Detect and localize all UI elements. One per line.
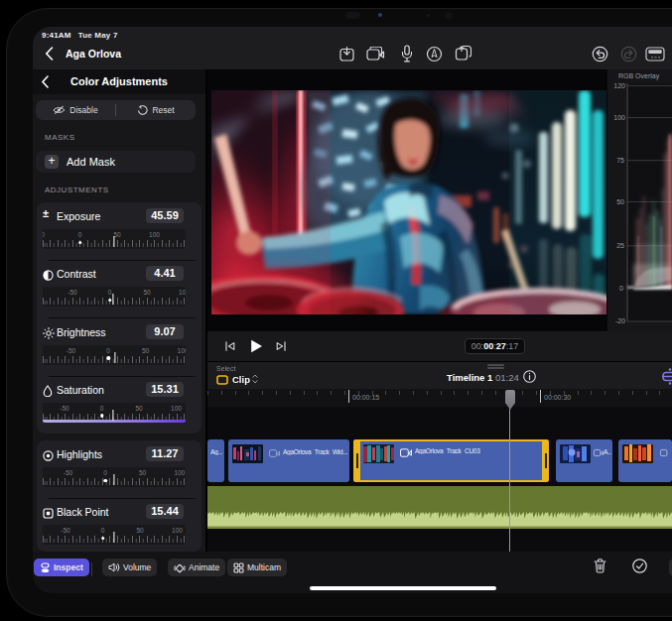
svg-text:25: 25 bbox=[616, 242, 624, 249]
svg-text:120: 120 bbox=[613, 82, 625, 89]
svg-text:50: 50 bbox=[616, 198, 624, 205]
svg-text:-20: -20 bbox=[615, 317, 625, 324]
svg-text:100: 100 bbox=[613, 114, 625, 121]
svg-text:0: 0 bbox=[619, 285, 623, 292]
svg-text:75: 75 bbox=[616, 157, 624, 164]
